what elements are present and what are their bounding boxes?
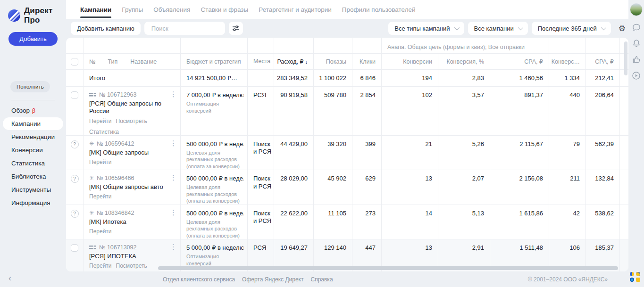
kebab-menu-icon[interactable]: ⋮: [170, 174, 177, 181]
toolbar: Добавить кампанию Все типы кампаний Все …: [71, 21, 626, 35]
top-tab[interactable]: Ставки и фразы: [201, 0, 248, 19]
top-tab[interactable]: Кампании: [80, 0, 111, 19]
top-tab[interactable]: Группы: [122, 0, 143, 19]
top-tab[interactable]: Объявления: [153, 0, 190, 19]
totals-label: Итого: [83, 70, 180, 86]
tab-label: Ставки и фразы: [201, 6, 248, 13]
horizontal-scrollbar[interactable]: [158, 266, 618, 270]
campaign-budget: 7 000,00 ₽ в неделю: [186, 91, 243, 98]
kebab-menu-icon[interactable]: ⋮: [170, 209, 177, 216]
vertical-scrollbar[interactable]: [624, 41, 627, 75]
sidebar-item[interactable]: Кампании: [3, 117, 63, 130]
mini-icon: [630, 272, 634, 276]
col-header-spend-sorted[interactable]: Расход, ₽ ↓: [274, 54, 313, 69]
campaign-name[interactable]: [МК] Общие запросы авто: [89, 183, 172, 191]
campaign-cpa-2: 132,84: [585, 170, 619, 205]
campaign-number: № 106713092: [99, 244, 136, 251]
totals-spend: 283 349,52: [274, 70, 313, 86]
campaign-type-filter-dropdown[interactable]: Все типы кампаний: [388, 22, 464, 35]
footer-link[interactable]: Отдел клиентского сервиса: [163, 276, 235, 283]
campaign-name[interactable]: [МК] Общие запросы: [89, 149, 172, 156]
sidebar-item[interactable]: Статистика: [3, 157, 63, 170]
topup-button[interactable]: Пополнить: [10, 81, 50, 92]
col-header-conv-rate[interactable]: Конверсия, %: [438, 54, 490, 69]
bell-icon[interactable]: [632, 39, 641, 48]
campaign-spend: 22 622,00: [274, 205, 313, 239]
row-action-link[interactable]: Перейти: [89, 193, 112, 200]
play-icon[interactable]: [631, 71, 641, 81]
kebab-menu-icon[interactable]: ⋮: [170, 139, 177, 147]
col-header-spend-label: Расход, ₽: [277, 58, 303, 65]
sidebar-item[interactable]: Обзорβ: [3, 104, 63, 117]
mini-widget-icons[interactable]: [630, 272, 641, 282]
col-header-places[interactable]: Места: [247, 54, 274, 69]
col-header-conversions[interactable]: Конверсии: [381, 54, 438, 69]
col-header-cpa-2[interactable]: CPA, ₽: [585, 54, 619, 69]
top-tab[interactable]: Ретаргетинг и аудитории: [259, 0, 332, 19]
row-checkbox[interactable]: [71, 244, 78, 252]
tab-label: Кампании: [80, 6, 111, 13]
sidebar-item[interactable]: Информация: [3, 197, 63, 209]
period-filter-dropdown[interactable]: Последние 365 дней: [532, 22, 611, 35]
sidebar-item[interactable]: Библиотека: [3, 170, 63, 183]
row-action-link[interactable]: Перейти: [89, 262, 112, 269]
goal-group-header: Анапа. Общая цель (формы и квиз); Все от…: [387, 44, 525, 50]
row-action-link[interactable]: Перейти: [89, 228, 112, 235]
like-icon[interactable]: [632, 55, 641, 64]
question-status-icon[interactable]: ?: [71, 140, 79, 148]
direct-pro-logo-icon: [8, 9, 20, 22]
col-header-clicks[interactable]: Клики: [352, 54, 381, 69]
campaign-name[interactable]: [МК] Ипотека: [89, 218, 172, 226]
col-header-shows[interactable]: Показы: [313, 54, 352, 69]
collapse-sidebar-icon[interactable]: ‹: [8, 273, 11, 283]
sidebar-menu: Обзорβ Кампании Рекомендации Конверсии С…: [0, 104, 66, 209]
campaign-number: № 106596466: [97, 175, 134, 181]
sidebar-item[interactable]: Конверсии: [3, 144, 63, 156]
row-links: ПерейтиПосмотретьСтатистика: [89, 118, 172, 135]
kebab-menu-icon[interactable]: ⋮: [170, 90, 177, 98]
row-action-link[interactable]: Статистика: [89, 129, 119, 135]
col-header-cpa[interactable]: CPA, ₽: [490, 54, 549, 69]
footer-link[interactable]: Справка: [310, 276, 333, 283]
col-header-number[interactable]: №: [89, 58, 95, 65]
table-header-row: № Тип Название Бюджет и стратегия Места …: [66, 54, 628, 70]
row-action-link[interactable]: Посмотреть: [116, 262, 147, 269]
filter-sliders-button[interactable]: [229, 22, 243, 35]
footer-link[interactable]: Оферта Яндекс Директ: [242, 276, 303, 283]
campaign-clicks: 399: [352, 136, 381, 170]
chat-icon[interactable]: [632, 23, 641, 32]
kebab-menu-icon[interactable]: ⋮: [170, 243, 177, 250]
search-input[interactable]: [151, 25, 219, 33]
campaign-filter-dropdown[interactable]: Все кампании: [468, 22, 528, 35]
top-tab[interactable]: Профили пользователей: [342, 0, 416, 19]
avatar[interactable]: [630, 3, 643, 16]
select-all-checkbox[interactable]: [71, 58, 78, 66]
campaign-strategy: Целевая доля рекламных расходов (оплата …: [186, 184, 243, 205]
text-ad-type-icon: [89, 245, 96, 250]
campaign-name[interactable]: [РСЯ] ИПОТЕКА: [89, 253, 172, 260]
row-action-link[interactable]: Перейти: [89, 159, 112, 165]
campaign-shows: 45 902: [313, 170, 352, 205]
campaign-cpa: 1 615,86: [490, 205, 549, 239]
sidebar-item[interactable]: Инструменты: [3, 183, 63, 196]
col-header-name[interactable]: Название: [130, 58, 157, 65]
add-campaign-button[interactable]: Добавить кампанию: [71, 22, 141, 35]
campaign-clicks: 629: [352, 170, 381, 205]
campaign-type-filter-value: Все типы кампаний: [394, 25, 450, 32]
row-action-link[interactable]: Перейти: [89, 118, 112, 124]
question-status-icon[interactable]: ?: [71, 175, 79, 183]
row-action-link[interactable]: Посмотреть: [116, 118, 147, 124]
question-status-icon[interactable]: ?: [71, 210, 79, 218]
col-header-type[interactable]: Тип: [108, 58, 117, 65]
row-checkbox[interactable]: [71, 91, 78, 99]
totals-conversions: 194: [381, 70, 438, 86]
col-header-budget[interactable]: Бюджет и стратегия: [180, 54, 247, 69]
col-header-conversions-2[interactable]: Конверс…: [549, 54, 585, 69]
campaign-name[interactable]: [РСЯ] Общие запросы по России: [89, 100, 172, 115]
gear-icon[interactable]: ⚙: [619, 25, 626, 33]
text-ad-type-icon: [89, 92, 96, 98]
sidebar-item[interactable]: Рекомендации: [3, 131, 63, 143]
add-button[interactable]: Добавить: [8, 32, 58, 46]
sidebar-item-label: Рекомендации: [11, 133, 55, 140]
sidebar: Директ Про Добавить Пополнить Обзорβ Кам…: [0, 0, 66, 287]
